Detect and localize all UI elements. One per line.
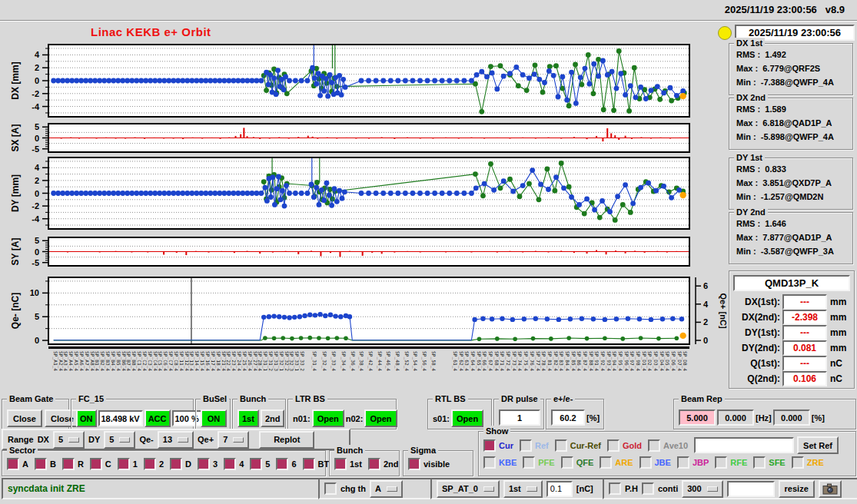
svg-text:SP_93_4: SP_93_4: [606, 351, 612, 371]
set-ref-button[interactable]: Set Ref: [797, 436, 839, 454]
stats-dy1-title: DY 1st: [734, 152, 765, 163]
camera-icon: [822, 483, 838, 495]
range-qem-dropdown[interactable]: 13: [158, 431, 194, 449]
ltr-n02-open-button[interactable]: Open: [364, 410, 397, 427]
sector-b-checkbox[interactable]: [35, 458, 47, 470]
show-sfe-checkbox[interactable]: [753, 456, 766, 469]
orbit-plots-canvas[interactable]: 420-2-4DX [mm]50-5SX [A]420-2-4DY [mm]50…: [0, 0, 727, 398]
svg-text:SP_B1_4: SP_B1_4: [94, 351, 100, 371]
bpm-name-field[interactable]: QMD13P_K: [733, 275, 850, 291]
beam-gate-close1-button[interactable]: Close: [7, 410, 42, 427]
svg-text:0: 0: [703, 336, 708, 345]
bunch-dropdown[interactable]: 1st: [503, 480, 543, 498]
stats-dy1-rms: RMS : 0.833: [736, 164, 786, 174]
range-dx-dropdown[interactable]: 5: [53, 431, 85, 449]
svg-text:SP_94_4: SP_94_4: [611, 351, 617, 371]
readout-unit: mm: [830, 312, 846, 323]
epe-ratio-field[interactable]: 60.2: [551, 410, 585, 426]
range-qep-d ropdown[interactable]: 7: [218, 431, 249, 449]
ph-checkbox[interactable]: [609, 482, 621, 495]
svg-text:SY [A]: SY [A]: [10, 238, 21, 266]
sector-6-checkbox[interactable]: [276, 458, 288, 470]
resize-button[interactable]: resize: [779, 480, 815, 498]
show-jbe-checkbox[interactable]: [639, 456, 652, 469]
sector-c-checkbox[interactable]: [90, 458, 102, 470]
beam-rep-actual-field: 0.000: [717, 410, 754, 426]
sector-3-checkbox[interactable]: [198, 458, 210, 470]
replot-button[interactable]: Replot: [259, 431, 314, 449]
show-cur-ref-checkbox[interactable]: [555, 439, 567, 452]
bpm-dropdown[interactable]: SP_AT_0: [437, 480, 500, 498]
show-zre-checkbox[interactable]: [792, 456, 804, 469]
show-rfe-label: RFE: [730, 458, 747, 467]
dr-pulse-field[interactable]: 1: [499, 410, 540, 426]
svg-text:4: 4: [35, 163, 40, 172]
dropdown-indicator-icon: [526, 486, 537, 492]
svg-text:SP_C5_4: SP_C5_4: [157, 351, 163, 371]
bunch-2nd-checkbox[interactable]: [368, 458, 380, 470]
show-ref-label: Ref: [535, 441, 549, 450]
readout-label: DX(1st):: [732, 297, 780, 307]
show-pfe-checkbox[interactable]: [523, 456, 535, 469]
ltr-n01-open-button[interactable]: Open: [312, 410, 344, 427]
show-rfe-checkbox[interactable]: [715, 456, 727, 469]
beam-rep-set-field[interactable]: 5.000: [679, 410, 716, 426]
sector-bt-checkbox[interactable]: [303, 458, 315, 470]
show-cur-checkbox[interactable]: [483, 439, 496, 452]
beam-gate-label: Beam Gate: [7, 393, 55, 404]
svg-text:SP_67_4: SP_67_4: [487, 351, 493, 371]
chg-th-checkbox[interactable]: [324, 482, 337, 495]
range-dy-dropdown[interactable]: 5: [104, 431, 135, 449]
sector-4-checkbox[interactable]: [224, 458, 236, 470]
svg-text:2: 2: [703, 317, 708, 327]
readout-value: ---: [782, 325, 827, 340]
svg-text:SP_66_4: SP_66_4: [481, 351, 487, 371]
show-ave10-checkbox[interactable]: [648, 439, 660, 452]
rtl-s01-open-button[interactable]: Open: [451, 410, 483, 427]
svg-text:SP_36_4: SP_36_4: [350, 351, 356, 371]
svg-text:SP_81_4: SP_81_4: [546, 351, 553, 371]
screenshot-button[interactable]: [819, 480, 842, 498]
svg-text:SP_C2_4: SP_C2_4: [141, 351, 148, 371]
bunch-2nd-button[interactable]: 2nd: [261, 410, 285, 427]
show-kbe-checkbox[interactable]: [483, 456, 496, 469]
sigma-visible-checkbox[interactable]: [408, 458, 420, 470]
busel-on-button[interactable]: ON: [201, 410, 227, 427]
sector-r-checkbox[interactable]: [62, 458, 75, 470]
sector-d-label: D: [185, 459, 191, 469]
bunch-1st-button[interactable]: 1st: [238, 410, 259, 427]
bunch-1st-checkbox[interactable]: [334, 458, 347, 470]
navg-dropdown[interactable]: 300: [682, 480, 722, 498]
sector-1-checkbox[interactable]: [118, 458, 130, 470]
page-title: Linac KEKB e+ Orbit: [91, 25, 211, 38]
range-dx-value: 5: [58, 435, 63, 444]
svg-text:SP_18_4: SP_18_4: [215, 351, 221, 371]
show-jbp-checkbox[interactable]: [677, 456, 689, 469]
sector-d-checkbox[interactable]: [170, 458, 182, 470]
svg-text:SP_97_4: SP_97_4: [629, 351, 635, 371]
threshold-input[interactable]: [546, 481, 573, 497]
sector-a-checkbox[interactable]: [7, 458, 19, 470]
th-sector-dropdown[interactable]: A: [370, 480, 403, 498]
readout-unit: mm: [830, 327, 846, 338]
ref-file-input[interactable]: [694, 437, 794, 453]
count-input[interactable]: [727, 481, 775, 497]
sector-5-checkbox[interactable]: [250, 458, 262, 470]
sector-2-checkbox[interactable]: [144, 458, 156, 470]
bunch-2nd-label: 2nd: [384, 459, 399, 469]
show-are-checkbox[interactable]: [600, 456, 612, 469]
bunch-1st-label: 1st: [350, 459, 362, 469]
show-ref-checkbox[interactable]: [520, 439, 532, 452]
show-qfe-checkbox[interactable]: [561, 456, 573, 469]
conti-checkbox[interactable]: [642, 482, 654, 495]
svg-text:DX [mm]: DX [mm]: [10, 61, 21, 99]
show-gold-checkbox[interactable]: [607, 439, 619, 452]
svg-text:SP_92_4: SP_92_4: [600, 351, 606, 371]
readout-unit: nC: [830, 373, 842, 384]
fc15-acc-button[interactable]: ACC: [144, 410, 171, 427]
sigma-visible-label: visible: [424, 459, 450, 469]
stats-dx1-max: Max : 6.779@QRF2S: [736, 64, 820, 73]
svg-text:SP_32_4: SP_32_4: [321, 351, 327, 371]
fc15-on-button[interactable]: ON: [76, 410, 97, 427]
beam-gate-group: Beam Gate Close Close: [2, 399, 69, 429]
